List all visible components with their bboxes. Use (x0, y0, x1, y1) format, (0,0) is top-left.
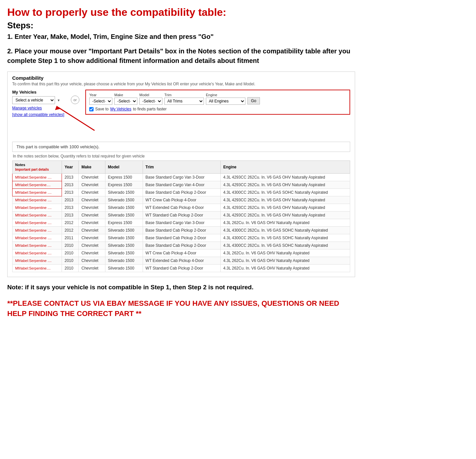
year-field: Year -Select- (89, 93, 112, 105)
cell-make: Chevrolet (79, 189, 105, 196)
cell-trim: WT Crew Cab Pickup 4-Door (143, 196, 220, 204)
cell-engine: 4.3L 262Cu. In. V6 GAS OHV Naturally Asp… (220, 219, 350, 227)
compat-count-bar: This part is compatible with 1000 vehicl… (12, 142, 350, 152)
ymm-section: Year -Select- Make -Select- Model - (85, 90, 350, 115)
cell-engine: 4.3L 4293CC 262Cu. In. V6 GAS OHV Natura… (220, 196, 350, 204)
compat-note: In the notes section below, Quantity ref… (12, 154, 350, 160)
table-row: Mfrlabel:Serpentine.... 2010 Chevrolet S… (13, 265, 350, 272)
cell-notes: Mfrlabel:Serpentine .... (13, 189, 62, 196)
cell-year: 2012 (62, 219, 78, 227)
cell-make: Chevrolet (79, 219, 105, 227)
cell-make: Chevrolet (79, 227, 105, 234)
cell-model: Silverado 1500 (105, 257, 143, 265)
cell-make: Chevrolet (79, 196, 105, 204)
cell-year: 2013 (62, 212, 78, 219)
model-select[interactable]: -Select- (139, 98, 162, 105)
cell-notes: Mfrlabel:Serpentine .... (13, 212, 62, 219)
cell-notes: Mfrlabel:Serpentine .... (13, 249, 62, 257)
model-field: Model -Select- (139, 93, 162, 105)
cell-model: Express 1500 (105, 219, 143, 227)
cell-year: 2013 (62, 189, 78, 196)
cell-make: Chevrolet (79, 234, 105, 242)
compatibility-table: Notes Important part details Year Make M… (12, 160, 350, 272)
trim-select[interactable]: All Trims (164, 98, 204, 105)
cell-notes: Mfrlabel:Serpentine .... (13, 227, 62, 234)
cell-model: Silverado 1500 (105, 189, 143, 196)
cell-notes: Mfrlabel:Serpentine .... (13, 174, 62, 181)
model-label: Model (139, 93, 162, 97)
cell-year: 2011 (62, 234, 78, 242)
make-field: Make -Select- (114, 93, 137, 105)
dropdown-arrow-icon: ▼ (57, 99, 60, 102)
cell-model: Silverado 1500 (105, 265, 143, 272)
cell-engine: 4.3L 4293CC 262Cu. In. V6 GAS OHV Natura… (220, 204, 350, 212)
my-vehicles-save-link[interactable]: My Vehicles (110, 107, 131, 111)
cell-trim: Base Standard Cab Pickup 2-Door (143, 242, 220, 249)
save-row: Save to My Vehicles to finds parts faste… (89, 107, 346, 111)
engine-field: Engine All Engines (206, 93, 245, 105)
table-row: Mfrlabel:Serpentine .... 2011 Chevrolet … (13, 234, 350, 242)
cell-notes: Mfrlabel:Serpentine.... (13, 181, 62, 189)
th-notes: Notes Important part details (13, 161, 62, 174)
table-row: Mfrlabel:Serpentine .... 2010 Chevrolet … (13, 257, 350, 265)
cell-make: Chevrolet (79, 265, 105, 272)
cell-trim: WT Extended Cab Pickup 4-Door (143, 204, 220, 212)
cell-model: Express 1500 (105, 174, 143, 181)
table-row: Mfrlabel:Serpentine .... 2013 Chevrolet … (13, 189, 350, 196)
cell-engine: 4.3L 262Cu. In. V6 GAS OHV Naturally Asp… (220, 265, 350, 272)
table-row: Mfrlabel:Serpentine .... 2010 Chevrolet … (13, 249, 350, 257)
notes-sub-header: Important part details (15, 168, 49, 171)
go-button[interactable]: Go (247, 97, 260, 104)
table-header-row: Notes Important part details Year Make M… (13, 161, 350, 174)
cell-year: 2013 (62, 174, 78, 181)
steps-heading: Steps: (7, 20, 355, 31)
cell-notes: Mfrlabel:Serpentine .... (13, 219, 62, 227)
cell-engine: 4.3L 4293CC 262Cu. In. V6 GAS OHV Natura… (220, 181, 350, 189)
cell-trim: Base Standard Cargo Van 3-Door (143, 219, 220, 227)
table-row: Mfrlabel:Serpentine .... 2013 Chevrolet … (13, 212, 350, 219)
cell-model: Silverado 1500 (105, 204, 143, 212)
cell-year: 2013 (62, 181, 78, 189)
cell-notes: Mfrlabel:Serpentine .... (13, 242, 62, 249)
cell-trim: Base Standard Cab Pickup 2-Door (143, 189, 220, 196)
cell-trim: Base Standard Cargo Van 4-Door (143, 181, 220, 189)
step1-text: 1. Enter Year, Make, Model, Trim, Engine… (7, 32, 355, 41)
engine-select[interactable]: All Engines (206, 98, 245, 105)
trim-label: Trim (164, 93, 204, 97)
contact-text: **PLEASE CONTACT US VIA EBAY MESSAGE IF … (7, 299, 355, 319)
table-row: Mfrlabel:Serpentine .... 2012 Chevrolet … (13, 227, 350, 234)
notes-header-label: Notes (15, 163, 25, 167)
ymm-row: Year -Select- Make -Select- Model - (89, 93, 346, 105)
or-divider: or (71, 96, 79, 104)
arrow-svg (39, 104, 111, 134)
th-trim: Trim (143, 161, 220, 174)
th-year: Year (62, 161, 78, 174)
cell-make: Chevrolet (79, 249, 105, 257)
cell-notes: Mfrlabel:Serpentine .... (13, 257, 62, 265)
main-title: How to properly use the compatibility ta… (7, 6, 355, 18)
step2-text: 2. Place your mouse over "Important Part… (7, 46, 355, 66)
make-select[interactable]: -Select- (114, 98, 137, 105)
table-row: Mfrlabel:Serpentine .... 2013 Chevrolet … (13, 174, 350, 181)
cell-make: Chevrolet (79, 257, 105, 265)
cell-year: 2010 (62, 242, 78, 249)
cell-engine: 4.3L 4293CC 262Cu. In. V6 GAS OHV Natura… (220, 212, 350, 219)
vehicle-select[interactable]: Select a vehicle (12, 96, 55, 104)
cell-model: Silverado 1500 (105, 242, 143, 249)
cell-trim: WT Standard Cab Pickup 2-Door (143, 212, 220, 219)
svg-marker-1 (55, 106, 61, 110)
cell-model: Silverado 1500 (105, 212, 143, 219)
cell-year: 2010 (62, 249, 78, 257)
cell-make: Chevrolet (79, 212, 105, 219)
arrow-annotation (12, 121, 350, 140)
cell-trim: Base Standard Cargo Van 3-Door (143, 174, 220, 181)
table-row: Mfrlabel:Serpentine .... 2013 Chevrolet … (13, 196, 350, 204)
year-select[interactable]: -Select- (89, 98, 112, 105)
save-rest: to finds parts faster (133, 107, 167, 111)
cell-engine: 4.3L 4300CC 262Cu. In. V6 GAS SOHC Natur… (220, 242, 350, 249)
my-vehicles-label: My Vehicles (12, 90, 65, 95)
engine-label: Engine (206, 93, 245, 97)
compat-subtitle: To confirm that this part fits your vehi… (12, 82, 350, 86)
table-row: Mfrlabel:Serpentine .... 2013 Chevrolet … (13, 204, 350, 212)
th-engine: Engine (220, 161, 350, 174)
